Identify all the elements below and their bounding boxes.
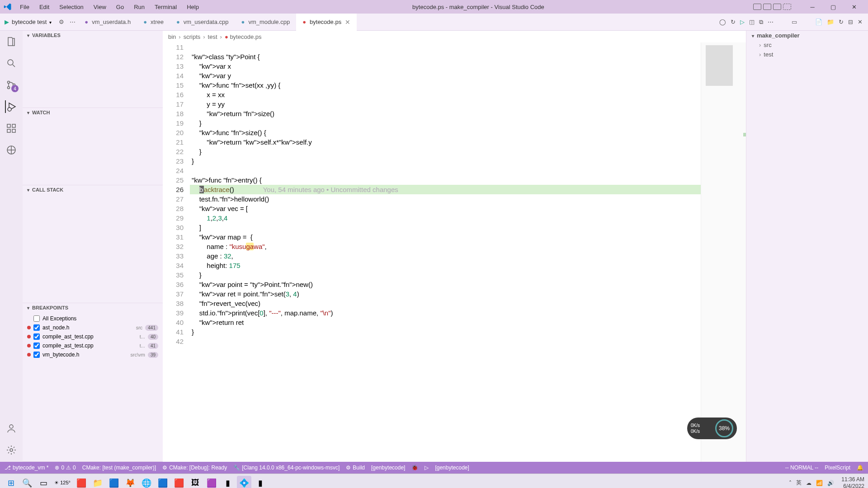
layout-btn-2[interactable] [763,4,771,10]
breakpoint-checkbox[interactable] [33,324,40,331]
folder-item-test[interactable]: test [746,50,868,59]
ime-icon[interactable]: 英 [796,479,802,487]
breadcrumb-segment[interactable]: scripts [184,33,201,40]
pinned-app-5[interactable]: 🖼 [188,476,203,488]
breakpoint-checkbox[interactable] [33,343,40,349]
menu-selection[interactable]: Selection [55,2,88,12]
breakpoint-checkbox[interactable] [33,333,40,340]
close-panel-icon[interactable]: ✕ [858,19,863,26]
breakpoint-item[interactable]: vm_bytecode.hsrc\vm39 [23,350,163,359]
edge-icon[interactable]: 🌐 [139,476,154,488]
breadcrumb[interactable]: binscriptstest● bytecode.ps [163,31,746,42]
code-line[interactable] [190,42,746,52]
code-line[interactable]: "fn">revert_vec(vec) [190,299,746,308]
tab-vm_userdata-h[interactable]: ●vm_userdata.h [78,14,137,31]
search-activity-icon[interactable] [5,57,18,70]
code-line[interactable]: std.io."fn">print(vec[0], "---", map.nam… [190,308,746,318]
run-config[interactable]: ▶ bytecode test [0,19,56,25]
branch-status[interactable]: ⎇ bytecode_vm * [5,465,48,471]
language-mode[interactable]: PixelScript [825,465,850,471]
layout-btn-1[interactable] [753,4,761,10]
breakpoint-checkbox[interactable] [33,352,40,358]
close-tab-icon[interactable]: ✕ [345,19,350,26]
tab-bytecode-ps[interactable]: ●bytecode.ps✕ [296,14,357,31]
tab-xtree[interactable]: ●xtree [137,14,170,31]
start-button[interactable]: ⊞ [4,476,18,488]
search-task-icon[interactable]: 🔍 [20,476,34,488]
code-line[interactable]: "kw">var x [190,61,746,71]
split-icon[interactable]: ◫ [749,19,755,26]
tray-expand-icon[interactable]: ˄ [789,480,792,486]
code-line[interactable]: "kw">class "ty">Point { [190,52,746,61]
code-line[interactable]: "kw">func "fn">set(xx ,yy) { [190,80,746,90]
code-line[interactable]: "kw">var point = "ty">Point."fn">new() [190,280,746,289]
menu-view[interactable]: View [89,2,111,12]
menu-file[interactable]: File [15,2,34,12]
play-run-icon[interactable]: ▷ [740,19,745,26]
code-line[interactable]: 1,2,3,4 [190,213,746,223]
code-line[interactable]: } [190,156,746,166]
code-line[interactable]: "kw">return "fn">size() [190,109,746,118]
refresh-explorer-icon[interactable]: ↻ [839,19,844,26]
breadcrumb-segment[interactable]: ● bytecode.ps [225,33,262,40]
code-line[interactable]: } [190,118,746,128]
variables-section-header[interactable]: VARIABLES [23,31,163,40]
watch-section-header[interactable]: WATCH [23,108,163,117]
new-folder-icon[interactable]: 📁 [827,19,834,26]
cmake-status[interactable]: ⚙ CMake: [Debug]: Ready [162,465,227,471]
menu-terminal[interactable]: Terminal [150,2,181,12]
firefox-icon[interactable]: 🦊 [123,476,137,488]
explorer-root[interactable]: make_compiler [746,31,868,40]
code-line[interactable]: "kw">var map = { [190,232,746,242]
code-line[interactable]: } [190,147,746,156]
more-icon[interactable]: ⋯ [67,19,78,25]
explorer-activity-icon[interactable] [5,35,18,48]
scm-activity-icon[interactable]: 4 [5,79,18,91]
breakpoint-item[interactable]: ast_node.hsrc441 [23,323,163,332]
all-exceptions-item[interactable]: All Exceptions [23,314,163,323]
new-file-icon[interactable]: 📄 [815,19,822,26]
compiler-status[interactable]: 🔧 [Clang 14.0.0 x86_64-pc-windows-msvc] [233,465,340,471]
problems-status[interactable]: ⊗ 0 ⚠ 0 [55,465,75,471]
weather-widget[interactable]: ☀ 125° [52,476,72,488]
code-line[interactable]: height: 175 [190,261,746,270]
tab-vm_module-cpp[interactable]: ●vm_module.cpp [235,14,297,31]
more-actions-icon[interactable]: ⋯ [768,19,774,26]
maximize-button[interactable]: ▢ [823,0,844,14]
wifi-icon[interactable]: 📶 [816,480,823,486]
compare-icon[interactable]: ⧉ [759,19,763,26]
menu-go[interactable]: Go [112,2,128,12]
debug-target[interactable]: [genbytecode] [371,465,405,471]
file-explorer-icon[interactable]: 📁 [90,476,105,488]
pinned-app-1[interactable]: 🟥 [74,476,89,488]
code-line[interactable]: name : "kusugawa", [190,242,746,251]
remote-activity-icon[interactable] [5,144,18,156]
code-line[interactable]: "kw">var y [190,71,746,80]
system-tray[interactable]: ˄ 英 ☁ 📶 🔊 [789,479,834,487]
debug-launch-icon[interactable]: 🐞 [411,465,418,471]
code-line[interactable]: "kw">func "fn">entry() { [190,175,746,185]
onedrive-icon[interactable]: ☁ [806,480,811,486]
code-line[interactable]: "kw">func "fn">size() { [190,128,746,137]
pinned-app-4[interactable]: 🟥 [172,476,186,488]
perf-widget[interactable]: 0K/s 0K/s 38% [687,418,737,439]
layout-btn-4[interactable] [783,4,791,10]
code-line[interactable]: age : 32, [190,251,746,261]
cmd-icon[interactable]: ▮ [253,476,268,488]
notifications-icon[interactable]: 🔔 [857,465,863,471]
extensions-activity-icon[interactable] [5,122,18,135]
settings-gear-icon[interactable]: ⚙ [56,19,67,25]
code-line[interactable] [190,337,746,346]
code-line[interactable]: "kw">return ret [190,318,746,327]
minimap[interactable] [701,42,746,462]
code-line[interactable]: } [190,270,746,280]
settings-activity-icon[interactable] [5,444,18,456]
code-line[interactable]: x = xx [190,90,746,99]
code-line[interactable]: test.fn."fn">helloworld() [190,194,746,204]
code-line[interactable]: ] [190,223,746,232]
close-button[interactable]: ✕ [844,0,864,14]
collapse-icon[interactable]: ⊟ [848,19,853,26]
menu-help[interactable]: Help [182,2,203,12]
code-line[interactable]: backtrace()You, 54 minutes ago • Uncommi… [190,185,746,194]
run-launch-icon[interactable]: ▷ [425,465,429,471]
